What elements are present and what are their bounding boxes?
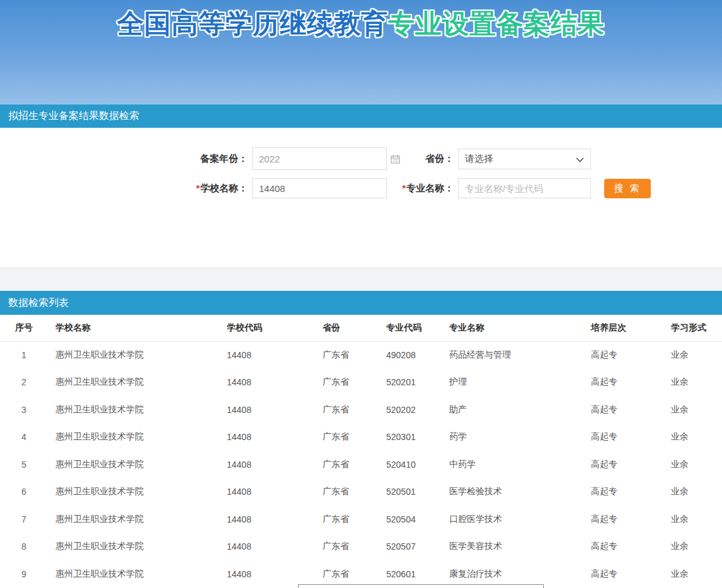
table-cell: 520507 bbox=[381, 533, 444, 561]
table-cell: 广东省 bbox=[318, 506, 381, 533]
section-divider bbox=[0, 268, 722, 291]
table-cell: 4 bbox=[0, 424, 48, 451]
table-cell: 广东省 bbox=[318, 533, 381, 561]
table-row: 8惠州卫生职业技术学院14408广东省520507医学美容技术高起专业余 bbox=[0, 533, 722, 561]
table-cell: 6 bbox=[0, 478, 48, 506]
table-cell: 高起专 bbox=[586, 506, 666, 533]
search-form: 备案年份： 省份： 请选择 bbox=[0, 128, 722, 268]
table-cell: 药学 bbox=[444, 424, 586, 451]
table-cell: 9 bbox=[0, 560, 48, 588]
table-cell: 8 bbox=[0, 533, 48, 561]
table-cell: 7 bbox=[0, 506, 48, 533]
table-cell: 广东省 bbox=[318, 451, 381, 478]
table-cell: 520301 bbox=[381, 424, 444, 451]
results-table-head: 序号学校名称学校代码省份专业代码专业名称培养层次学习形式 bbox=[0, 315, 722, 341]
table-cell: 高起专 bbox=[586, 369, 666, 397]
page-title-part1: 全国高等学历继续教育 bbox=[117, 9, 388, 38]
table-cell: 1 bbox=[0, 341, 48, 369]
major-name-input[interactable] bbox=[459, 179, 597, 198]
table-row: 9惠州卫生职业技术学院14408广东省520601康复治疗技术高起专业余 bbox=[0, 560, 722, 588]
table-cell: 惠州卫生职业技术学院 bbox=[48, 533, 222, 561]
table-cell: 助产 bbox=[444, 396, 586, 424]
year-field bbox=[252, 147, 387, 170]
table-cell: 高起专 bbox=[586, 478, 666, 506]
list-section-title: 数据检索列表 bbox=[8, 297, 69, 310]
required-asterisk: * bbox=[196, 183, 200, 193]
major-label: *专业名称： bbox=[387, 183, 458, 195]
table-cell: 14408 bbox=[222, 341, 318, 369]
province-select[interactable]: 请选择 bbox=[458, 149, 591, 169]
major-field bbox=[458, 178, 591, 198]
search-button[interactable]: 搜 索 bbox=[604, 179, 651, 198]
table-cell: 惠州卫生职业技术学院 bbox=[48, 478, 222, 506]
table-cell: 中药学 bbox=[444, 451, 586, 478]
table-cell: 惠州卫生职业技术学院 bbox=[48, 424, 222, 451]
table-cell: 业余 bbox=[666, 478, 722, 506]
table-cell: 14408 bbox=[222, 451, 318, 478]
table-cell: 业余 bbox=[666, 424, 722, 451]
table-cell: 520601 bbox=[381, 560, 444, 588]
table-cell: 广东省 bbox=[318, 396, 381, 424]
page-title-part2: 专业设置备案结果 bbox=[388, 9, 605, 38]
results-table: 序号学校名称学校代码省份专业代码专业名称培养层次学习形式 1惠州卫生职业技术学院… bbox=[0, 315, 722, 588]
list-section-header: 数据检索列表 bbox=[0, 291, 722, 315]
header-row: 序号学校名称学校代码省份专业代码专业名称培养层次学习形式 bbox=[0, 315, 722, 341]
table-cell: 14408 bbox=[222, 506, 318, 533]
table-row: 3惠州卫生职业技术学院14408广东省520202助产高起专业余 bbox=[0, 396, 722, 424]
required-asterisk: * bbox=[402, 183, 406, 193]
province-label: 省份： bbox=[387, 153, 458, 165]
table-cell: 医学美容技术 bbox=[444, 533, 586, 561]
table-cell: 惠州卫生职业技术学院 bbox=[48, 451, 222, 478]
table-cell: 高起专 bbox=[586, 451, 666, 478]
province-select-value: 请选择 bbox=[465, 153, 493, 165]
pagination-box[interactable] bbox=[298, 584, 544, 588]
table-row: 2惠州卫生职业技术学院14408广东省520201护理高起专业余 bbox=[0, 369, 722, 397]
column-header: 学校代码 bbox=[222, 315, 318, 341]
table-cell: 惠州卫生职业技术学院 bbox=[48, 396, 222, 424]
table-cell: 业余 bbox=[666, 341, 722, 369]
search-section-title: 拟招生专业备案结果数据检索 bbox=[8, 110, 139, 123]
table-row: 7惠州卫生职业技术学院14408广东省520504口腔医学技术高起专业余 bbox=[0, 506, 722, 533]
column-header: 专业代码 bbox=[381, 315, 444, 341]
table-cell: 14408 bbox=[222, 424, 318, 451]
year-input[interactable] bbox=[253, 148, 391, 169]
table-cell: 520501 bbox=[381, 478, 444, 506]
results-table-body: 1惠州卫生职业技术学院14408广东省490208药品经营与管理高起专业余2惠州… bbox=[0, 341, 722, 588]
table-row: 1惠州卫生职业技术学院14408广东省490208药品经营与管理高起专业余 bbox=[0, 341, 722, 369]
year-label: 备案年份： bbox=[0, 153, 252, 165]
table-cell: 药品经营与管理 bbox=[444, 341, 586, 369]
table-cell: 惠州卫生职业技术学院 bbox=[48, 369, 222, 397]
table-cell: 520201 bbox=[381, 369, 444, 397]
table-cell: 广东省 bbox=[318, 369, 381, 397]
table-cell: 520504 bbox=[381, 506, 444, 533]
column-header: 培养层次 bbox=[586, 315, 666, 341]
table-cell: 高起专 bbox=[586, 533, 666, 561]
table-cell: 业余 bbox=[666, 560, 722, 588]
table-row: 4惠州卫生职业技术学院14408广东省520301药学高起专业余 bbox=[0, 424, 722, 451]
table-row: 6惠州卫生职业技术学院14408广东省520501医学检验技术高起专业余 bbox=[0, 478, 722, 506]
table-cell: 14408 bbox=[222, 533, 318, 561]
table-cell: 康复治疗技术 bbox=[444, 560, 586, 588]
table-cell: 业余 bbox=[666, 396, 722, 424]
table-cell: 高起专 bbox=[586, 560, 666, 588]
table-cell: 5 bbox=[0, 451, 48, 478]
table-cell: 广东省 bbox=[318, 424, 381, 451]
school-label: *学校名称： bbox=[0, 183, 252, 195]
column-header: 省份 bbox=[318, 315, 381, 341]
table-cell: 业余 bbox=[666, 369, 722, 397]
table-cell: 14408 bbox=[222, 478, 318, 506]
table-cell: 520410 bbox=[381, 451, 444, 478]
page-title: 全国高等学历继续教育专业设置备案结果 bbox=[117, 0, 605, 42]
table-cell: 业余 bbox=[666, 451, 722, 478]
table-cell: 520202 bbox=[381, 396, 444, 424]
column-header: 专业名称 bbox=[444, 315, 586, 341]
banner: 全国高等学历继续教育专业设置备案结果 bbox=[0, 0, 722, 105]
table-cell: 广东省 bbox=[318, 560, 381, 588]
table-cell: 2 bbox=[0, 369, 48, 397]
table-cell: 口腔医学技术 bbox=[444, 506, 586, 533]
school-name-input[interactable] bbox=[253, 179, 391, 198]
search-section-header: 拟招生专业备案结果数据检索 bbox=[0, 105, 722, 128]
table-cell: 惠州卫生职业技术学院 bbox=[48, 341, 222, 369]
table-cell: 14408 bbox=[222, 396, 318, 424]
table-cell: 高起专 bbox=[586, 341, 666, 369]
